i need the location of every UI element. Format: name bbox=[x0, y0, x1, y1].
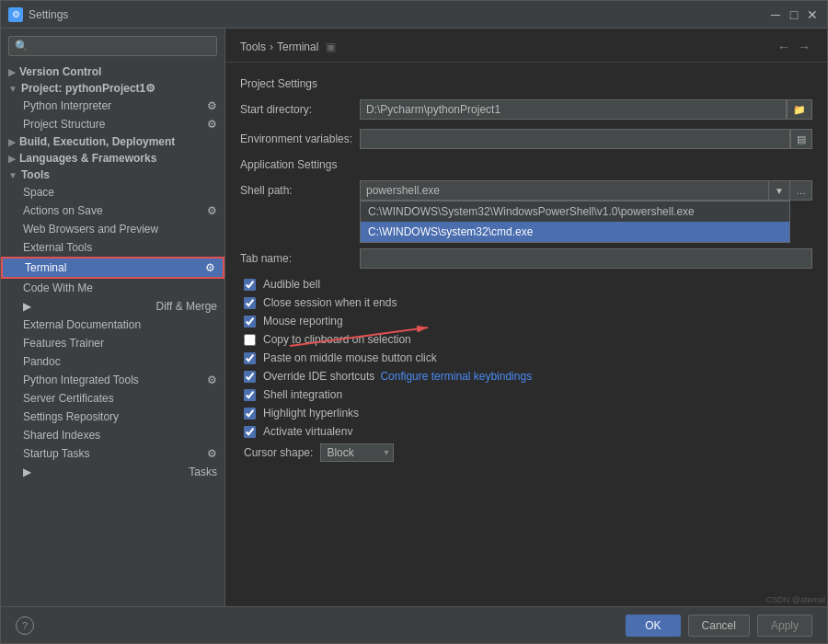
paste-middle-row: Paste on middle mouse button click bbox=[240, 351, 812, 364]
settings-icon: ⚙ bbox=[207, 204, 217, 217]
sidebar-item-tools[interactable]: ▼ Tools bbox=[1, 167, 224, 183]
env-variables-label: Environment variables: bbox=[240, 132, 360, 145]
sidebar: ▶ Version Control ▼ Project: pythonProje… bbox=[1, 29, 225, 606]
close-button[interactable]: ✕ bbox=[805, 7, 820, 22]
sidebar-item-project[interactable]: ▼ Project: pythonProject1 ⚙ bbox=[1, 80, 224, 97]
shell-path-input[interactable] bbox=[360, 180, 769, 201]
cursor-shape-select-wrap: Block Underline Vertical bbox=[320, 443, 394, 462]
breadcrumb-icon: ▣ bbox=[326, 40, 336, 53]
sidebar-item-actions-on-save[interactable]: Actions on Save ⚙ bbox=[1, 201, 224, 220]
settings-icon: ⚙ bbox=[205, 261, 215, 274]
paste-middle-label: Paste on middle mouse button click bbox=[263, 351, 437, 364]
sidebar-item-label: Pandoc bbox=[23, 355, 61, 368]
sidebar-item-tasks[interactable]: ▶ Tasks bbox=[1, 463, 224, 481]
tab-name-row: Tab name: bbox=[240, 248, 812, 269]
nav-forward-button[interactable]: → bbox=[796, 38, 812, 56]
panel-header: Tools › Terminal ▣ ← → bbox=[225, 29, 827, 63]
sidebar-item-web-browsers[interactable]: Web Browsers and Preview bbox=[1, 220, 224, 238]
expand-arrow: ▼ bbox=[8, 170, 17, 180]
watermark: CSDN @atemal bbox=[766, 595, 825, 604]
sidebar-item-external-documentation[interactable]: External Documentation bbox=[1, 316, 224, 334]
help-button[interactable]: ? bbox=[16, 616, 34, 635]
sidebar-item-label: Space bbox=[23, 186, 54, 199]
shell-path-browse-button[interactable]: … bbox=[790, 180, 812, 201]
sidebar-item-settings-repository[interactable]: Settings Repository bbox=[1, 408, 224, 426]
settings-icon: ⚙ bbox=[207, 118, 217, 131]
sidebar-item-label: Tasks bbox=[189, 466, 217, 478]
expand-arrow: ▼ bbox=[8, 84, 17, 94]
sidebar-item-label: Shared Indexes bbox=[23, 429, 100, 442]
maximize-button[interactable]: □ bbox=[787, 7, 801, 22]
sidebar-item-python-interpreter[interactable]: Python Interpreter ⚙ bbox=[1, 97, 224, 115]
settings-icon: ⚙ bbox=[207, 374, 217, 386]
dropdown-item-powershell[interactable]: C:\WINDOWS\System32\WindowsPowerShell\v1… bbox=[361, 201, 789, 222]
expand-arrow: ▶ bbox=[8, 154, 16, 164]
paste-middle-checkbox[interactable] bbox=[244, 352, 256, 364]
sidebar-item-label: Python Integrated Tools bbox=[23, 374, 139, 386]
activate-virtualenv-checkbox[interactable] bbox=[244, 426, 256, 438]
audible-bell-checkbox[interactable] bbox=[244, 279, 256, 291]
sidebar-item-python-integrated-tools[interactable]: Python Integrated Tools ⚙ bbox=[1, 371, 224, 389]
settings-icon: ⚙ bbox=[207, 99, 217, 112]
apply-button[interactable]: Apply bbox=[757, 615, 812, 637]
override-ide-label: Override IDE shortcuts bbox=[263, 370, 374, 383]
start-directory-input[interactable] bbox=[360, 99, 787, 120]
sidebar-item-label: Project: pythonProject1 bbox=[21, 82, 145, 95]
cursor-shape-select[interactable]: Block Underline Vertical bbox=[320, 443, 394, 462]
sidebar-item-code-with-me[interactable]: Code With Me bbox=[1, 279, 224, 297]
sidebar-item-languages[interactable]: ▶ Languages & Frameworks bbox=[1, 150, 224, 167]
sidebar-item-startup-tasks[interactable]: Startup Tasks ⚙ bbox=[1, 444, 224, 463]
override-ide-checkbox[interactable] bbox=[244, 371, 256, 383]
window-title: Settings bbox=[29, 8, 768, 21]
override-ide-row: Override IDE shortcuts Configure termina… bbox=[240, 370, 812, 383]
sidebar-item-pandoc[interactable]: Pandoc bbox=[1, 352, 224, 371]
shell-integration-checkbox[interactable] bbox=[244, 389, 256, 401]
panel-body: Project Settings Start directory: 📁 Envi… bbox=[225, 63, 827, 606]
sidebar-item-shared-indexes[interactable]: Shared Indexes bbox=[1, 426, 224, 444]
env-variables-browse-button[interactable]: ▤ bbox=[790, 129, 812, 149]
settings-icon: ⚙ bbox=[145, 82, 155, 95]
sidebar-item-server-certificates[interactable]: Server Certificates bbox=[1, 389, 224, 408]
nav-back-button[interactable]: ← bbox=[776, 38, 792, 56]
dropdown-item-cmd[interactable]: C:\WINDOWS\system32\cmd.exe bbox=[361, 222, 789, 242]
shell-path-dropdown-button[interactable]: ▼ bbox=[769, 180, 790, 201]
env-variables-input[interactable] bbox=[360, 129, 790, 149]
sidebar-item-space[interactable]: Space bbox=[1, 183, 224, 201]
mouse-reporting-checkbox[interactable] bbox=[244, 316, 256, 328]
configure-keybindings-link[interactable]: Configure terminal keybindings bbox=[380, 370, 532, 383]
cursor-shape-row: Cursor shape: Block Underline Vertical bbox=[240, 443, 812, 462]
expand-arrow: ▶ bbox=[8, 67, 16, 77]
sidebar-item-external-tools[interactable]: External Tools bbox=[1, 238, 224, 257]
main-content: ▶ Version Control ▼ Project: pythonProje… bbox=[1, 29, 827, 606]
settings-window: ⚙ Settings ─ □ ✕ ▶ Version Control ▼ Pro… bbox=[0, 0, 828, 644]
start-directory-label: Start directory: bbox=[240, 103, 360, 116]
app-settings-title: Application Settings bbox=[240, 158, 812, 171]
copy-clipboard-checkbox[interactable] bbox=[244, 334, 256, 346]
sidebar-item-diff-merge[interactable]: ▶ Diff & Merge bbox=[1, 297, 224, 316]
header-actions: ← → bbox=[776, 38, 812, 56]
sidebar-item-features-trainer[interactable]: Features Trainer bbox=[1, 334, 224, 352]
sidebar-item-label: Settings Repository bbox=[23, 410, 119, 423]
highlight-hyperlinks-checkbox[interactable] bbox=[244, 408, 256, 420]
app-icon: ⚙ bbox=[8, 7, 23, 22]
close-session-checkbox[interactable] bbox=[244, 297, 256, 309]
search-input[interactable] bbox=[8, 36, 217, 56]
sidebar-item-terminal[interactable]: Terminal ⚙ bbox=[1, 257, 224, 279]
start-directory-browse-button[interactable]: 📁 bbox=[787, 99, 812, 120]
sidebar-item-label: Diff & Merge bbox=[156, 300, 217, 313]
env-variables-field: ▤ bbox=[360, 129, 812, 149]
audible-bell-label: Audible bell bbox=[263, 278, 320, 291]
copy-clipboard-label: Copy to clipboard on selection bbox=[263, 333, 411, 346]
tab-name-input[interactable] bbox=[360, 248, 812, 269]
mouse-reporting-row: Mouse reporting bbox=[240, 315, 812, 328]
sidebar-item-version-control[interactable]: ▶ Version Control bbox=[1, 63, 224, 80]
minimize-button[interactable]: ─ bbox=[768, 7, 783, 22]
highlight-hyperlinks-label: Highlight hyperlinks bbox=[263, 407, 359, 420]
sidebar-item-project-structure[interactable]: Project Structure ⚙ bbox=[1, 115, 224, 133]
cancel-button[interactable]: Cancel bbox=[688, 615, 750, 637]
right-panel: Tools › Terminal ▣ ← → Project Settings … bbox=[225, 29, 827, 606]
sidebar-item-label: Startup Tasks bbox=[23, 447, 89, 460]
ok-button[interactable]: OK bbox=[626, 615, 680, 637]
sidebar-item-build[interactable]: ▶ Build, Execution, Deployment bbox=[1, 133, 224, 150]
sidebar-item-label: Web Browsers and Preview bbox=[23, 223, 158, 236]
